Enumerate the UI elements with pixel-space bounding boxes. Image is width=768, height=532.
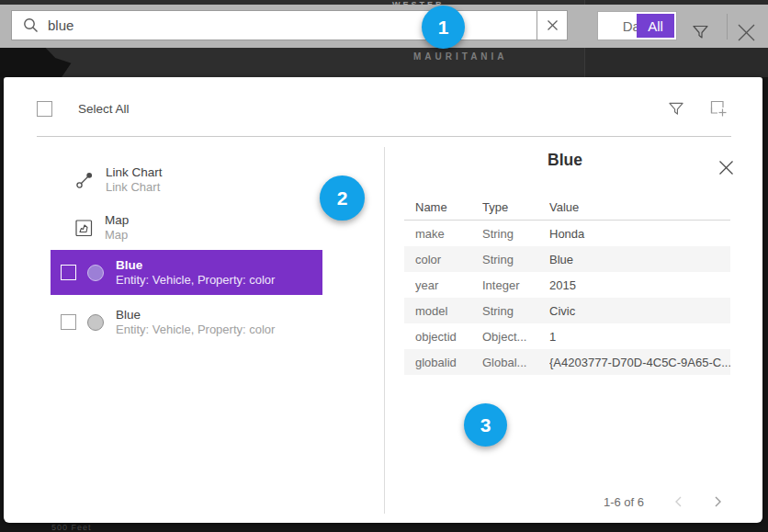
map-scale-label: 500 Feet [51, 523, 92, 532]
cell-value: Honda [549, 227, 730, 241]
entity-circle-icon [87, 265, 104, 281]
cell-value: 1 [549, 330, 730, 344]
pane-divider [384, 147, 385, 514]
header-divider [37, 136, 731, 137]
cell-type: String [482, 304, 549, 318]
column-header-name: Name [415, 200, 482, 214]
close-details-icon[interactable] [718, 160, 734, 175]
result-subtitle: Link Chart [106, 180, 163, 195]
table-row: globalid Global... {A4203777-D70D-4C5C-9… [404, 349, 730, 375]
cell-value: {A4203777-D70D-4C5C-9A65-C... [549, 356, 730, 369]
chevron-right-icon[interactable] [711, 495, 724, 508]
pagination-label: 1-6 of 6 [573, 495, 674, 509]
cell-name: color [415, 253, 482, 266]
data-all-toggle: Data All [597, 11, 677, 40]
result-title: Link Chart [106, 165, 163, 180]
clear-search-button[interactable] [536, 11, 567, 40]
result-subtitle: Map [105, 228, 129, 243]
result-title: Blue [116, 258, 275, 273]
table-header-row: Name Type Value [404, 195, 730, 221]
result-checkbox[interactable] [61, 314, 76, 330]
column-header-value: Value [549, 200, 730, 214]
table-row: model String Civic [404, 298, 730, 323]
annotation-callout-3: 3 [464, 403, 507, 447]
map-icon [75, 220, 93, 237]
cell-value: 2015 [549, 278, 730, 292]
cell-name: make [415, 227, 482, 241]
entity-circle-icon [87, 314, 104, 331]
result-checkbox[interactable] [61, 265, 76, 280]
select-all-label: Select All [78, 102, 130, 116]
search-results-panel: Select All Link Chart Link Chart Map Map [4, 77, 762, 523]
link-chart-icon [75, 171, 94, 189]
cell-name: year [415, 278, 482, 292]
cell-name: objectid [415, 330, 482, 344]
cell-value: Blue [549, 253, 730, 266]
attributes-table: Name Type Value make String Honda color … [404, 195, 730, 375]
toggle-all-option[interactable]: All [637, 14, 674, 38]
select-all-checkbox[interactable] [37, 101, 52, 117]
result-item-blue[interactable]: Blue Entity: Vehicle, Property: color [51, 300, 322, 344]
result-title: Map [105, 213, 129, 228]
result-subtitle: Entity: Vehicle, Property: color [116, 323, 275, 337]
search-box [11, 10, 568, 40]
annotation-callout-1: 1 [422, 6, 465, 49]
cell-name: globalid [415, 356, 482, 369]
toolbar-divider [727, 14, 728, 40]
close-search-icon[interactable] [736, 22, 757, 43]
cell-type: Object... [482, 330, 549, 344]
cell-type: String [482, 253, 549, 266]
result-title: Blue [116, 308, 275, 323]
chevron-left-icon[interactable] [672, 495, 685, 508]
search-toolbar: Data All [0, 5, 768, 48]
annotation-callout-2: 2 [320, 175, 365, 221]
search-icon [23, 17, 39, 33]
table-row: color String Blue [404, 246, 730, 272]
table-row: year Integer 2015 [404, 272, 730, 298]
cell-type: Integer [482, 278, 549, 292]
details-title: Blue [404, 151, 726, 170]
cell-name: model [415, 304, 482, 318]
result-item-link-chart[interactable]: Link Chart Link Chart [51, 160, 322, 200]
result-item-map[interactable]: Map Map [51, 208, 322, 248]
map-label-mauritania: MAURITANIA [413, 51, 508, 62]
cell-type: String [482, 227, 549, 241]
result-subtitle: Entity: Vehicle, Property: color [116, 273, 275, 288]
cell-type: Global... [482, 356, 549, 369]
table-row: make String Honda [404, 221, 730, 246]
add-selection-icon[interactable] [710, 100, 728, 118]
filter-icon[interactable] [692, 23, 709, 44]
column-header-type: Type [482, 200, 549, 214]
cell-value: Civic [549, 304, 730, 318]
results-header: Select All [37, 97, 735, 119]
result-item-blue-selected[interactable]: Blue Entity: Vehicle, Property: color [51, 250, 322, 295]
pagination: 1-6 of 6 [404, 491, 730, 515]
filter-results-icon[interactable] [668, 100, 684, 117]
table-row: objectid Object... 1 [404, 323, 730, 349]
